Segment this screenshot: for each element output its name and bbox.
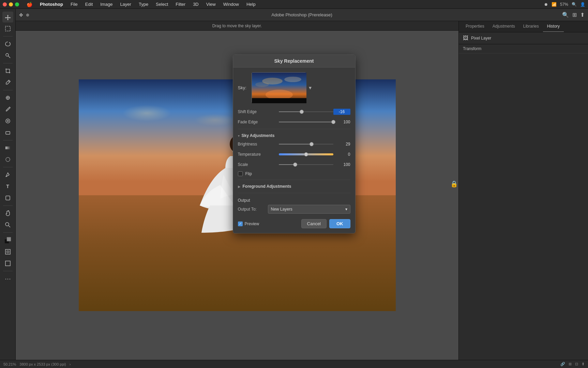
scale-value: 100 [333,162,350,167]
svg-line-4 [8,81,10,82]
sky-replacement-dialog: Sky Replacement Sky: [233,55,356,233]
divider-1 [238,129,350,129]
menu-image[interactable]: Image [99,1,114,7]
share-icon[interactable]: ⬆ [580,12,585,18]
menu-view[interactable]: View [205,1,217,7]
move-tool[interactable] [2,12,13,22]
shift-edge-track [279,111,333,112]
tab-adjustments[interactable]: Adjustments [488,21,519,32]
search-workspace-icon[interactable]: 🔍 [562,12,569,18]
sky-replacement-title: Sky Replacement [274,58,314,64]
status-bar: 50.21% 3800 px x 2533 px (300 ppi) › 🔗 ⊞… [0,360,588,368]
sky-dropdown-arrow-icon[interactable]: ▾ [309,85,312,91]
magic-wand-tool[interactable] [2,50,13,61]
maximize-button[interactable] [15,2,19,6]
temperature-thumb[interactable] [304,152,308,156]
rectangular-marquee-tool[interactable] [2,23,13,34]
foreground-adjustments-header[interactable]: ▶ Foreground Adjustments [238,183,350,190]
gradient-tool[interactable] [2,142,13,153]
flip-checkbox[interactable] [238,171,243,176]
shift-edge-value[interactable] [333,109,350,115]
panel-tabs: Properties Adjustments Libraries History [459,21,588,32]
status-bar-right: 🔗 ⊞ ⊡ ⬆ [560,362,585,366]
screen-record-icon: ⏺ [544,2,548,7]
hand-tool[interactable] [2,208,13,219]
svg-point-14 [5,223,9,226]
search-icon[interactable]: 🔍 [572,2,577,7]
menu-help[interactable]: Help [245,1,257,7]
tool-separator-8 [3,271,13,271]
brush-tool[interactable] [2,104,13,115]
scale-thumb[interactable] [293,163,297,167]
divider-2 [238,180,350,180]
lasso-tool[interactable] [2,39,13,49]
foreground-color[interactable] [2,235,13,246]
ok-button[interactable]: OK [329,219,350,228]
fade-edge-fill [279,122,333,122]
clone-stamp-tool[interactable] [2,116,13,126]
healing-brush-tool[interactable] [2,92,13,103]
sky-selector-label: Sky: [238,85,248,90]
menu-type[interactable]: Type [137,1,150,7]
sky-adjustments-title: Sky Adjustments [242,133,275,138]
tab-properties[interactable]: Properties [462,21,488,32]
menu-file[interactable]: File [69,1,79,7]
screen-mode[interactable] [2,258,13,269]
fade-edge-value: 100 [333,120,350,124]
flip-row: Flip [238,171,350,176]
panel-header: 🖼 Pixel Layer [459,32,588,44]
apple-menu-icon[interactable]: 🍎 [27,2,32,7]
tab-libraries[interactable]: Libraries [519,21,543,32]
close-button[interactable] [3,2,7,6]
cancel-button[interactable]: Cancel [301,219,327,228]
menu-window[interactable]: Window [222,1,240,7]
traffic-lights [3,2,19,6]
sky-preview-thumbnail[interactable] [252,72,306,103]
brightness-slider-wrap [279,141,333,148]
menu-select[interactable]: Select [154,1,169,7]
lock-icon: 🔒 [450,180,458,188]
battery-label: 57% [560,2,568,7]
toolbar: T ⋯ [0,9,16,360]
fade-edge-thumb[interactable] [331,120,335,124]
menu-layer[interactable]: Layer [119,1,133,7]
output-dropdown[interactable]: New Layers ▾ [268,205,350,214]
tab-history[interactable]: History [543,21,564,32]
tool-separator-7 [3,232,13,233]
blur-tool[interactable] [2,154,13,165]
eyedropper-tool[interactable] [2,77,13,88]
svg-point-9 [7,120,9,122]
menu-3d[interactable]: 3D [192,1,200,7]
extras-tool[interactable]: ⋯ [2,273,13,284]
quick-mask-toggle[interactable] [2,246,13,257]
eraser-tool[interactable] [2,127,13,138]
shift-edge-thumb[interactable] [300,110,304,114]
menu-bar-right: ⏺ 📶 57% 🔍 👤 [544,2,585,7]
brightness-thumb[interactable] [310,142,314,146]
dialog-footer: ✓ Preview Cancel OK [238,219,350,228]
zoom-tool[interactable] [2,219,13,230]
pen-tool[interactable] [2,169,13,180]
shift-edge-row: Shift Edge [238,108,350,115]
crop-tool[interactable] [2,65,13,76]
status-arrow-icon[interactable]: › [70,362,71,366]
minimize-button[interactable] [9,2,13,6]
shape-tool[interactable] [2,193,13,203]
output-label: Output [238,198,350,203]
arrange-icon[interactable]: ⊞ [572,12,577,18]
sky-adjustments-header[interactable]: ▾ Sky Adjustments [238,133,350,138]
type-tool[interactable]: T [2,181,13,192]
tool-separator-6 [3,205,13,206]
brightness-row: Brightness 29 [238,141,350,148]
menu-edit[interactable]: Edit [84,1,94,7]
scale-label: Scale [238,162,279,167]
foreground-adjustments-arrow-icon: ▶ [238,185,241,188]
menu-photoshop[interactable]: Photoshop [39,1,64,7]
svg-line-15 [9,226,10,227]
shift-edge-fill [279,111,302,112]
fade-edge-track [279,122,333,122]
menu-filter[interactable]: Filter [174,1,187,7]
preview-checkbox[interactable]: ✓ [238,221,243,226]
menu-bar: 🍎 Photoshop File Edit Image Layer Type S… [0,0,588,9]
temperature-row: Temperature 0 [238,151,350,158]
